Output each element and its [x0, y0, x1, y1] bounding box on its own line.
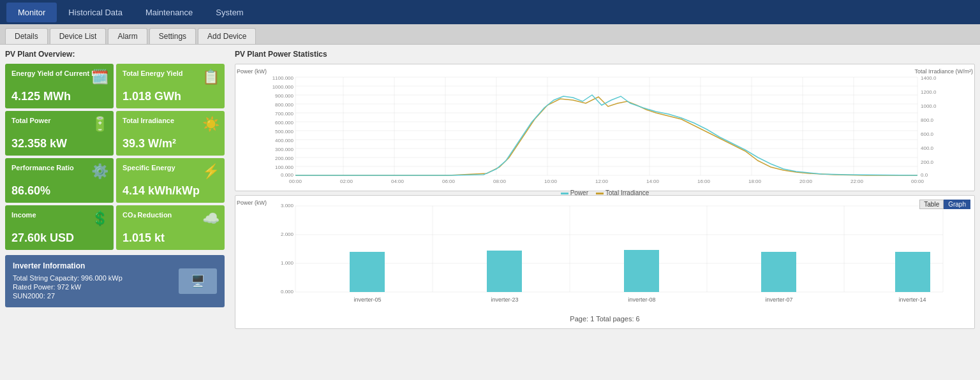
svg-text:inverter-05: inverter-05: [353, 296, 381, 303]
card-co2-value: 1.015 kt: [122, 231, 218, 245]
svg-text:1200.0: 1200.0: [921, 89, 937, 95]
tab-device-list[interactable]: Device List: [50, 28, 107, 44]
inverter-string-capacity: Total String Capacity: 996.000 kWp: [13, 274, 122, 282]
y-axis-label-left: Power (kW): [237, 68, 267, 75]
svg-text:inverter-08: inverter-08: [628, 296, 655, 303]
svg-text:0.000: 0.000: [281, 172, 294, 178]
card-co2: CO₂ Reduction 1.015 kt ☁️: [116, 205, 225, 250]
bar-inverter08: [624, 250, 659, 292]
bottom-chart-svg: 3.000 2.000 1.000 0.000: [239, 200, 970, 311]
bar-inverter14: [895, 252, 930, 292]
card-irradiance-value: 39.3 W/m²: [122, 137, 218, 150]
svg-text:500.000: 500.000: [275, 129, 293, 135]
graph-button[interactable]: Graph: [944, 200, 970, 209]
card-income-value: 27.60k USD: [11, 231, 107, 245]
cloud-icon: ☁️: [202, 210, 219, 227]
svg-text:18:00: 18:00: [748, 179, 762, 184]
inverter-info-text: Inverter Information Total String Capaci…: [13, 261, 122, 301]
svg-text:10:00: 10:00: [544, 179, 558, 184]
card-income: Income 27.60k USD 💲: [5, 205, 114, 250]
top-nav: Monitor Historical Data Maintenance Syst…: [0, 0, 980, 24]
bar-inverter23: [487, 251, 522, 292]
left-panel: PV Plant Overview: Energy Yield of Curre…: [0, 45, 230, 380]
card-perf-ratio: Performance Ratio 86.60% ⚙️: [5, 158, 114, 203]
solar-panel-icon: 🔋: [91, 116, 108, 133]
svg-text:0.0: 0.0: [921, 172, 928, 178]
bottom-chart-container: Table Graph Power (kW) 3.000 2.000 1.000…: [235, 195, 975, 329]
nav-monitor[interactable]: Monitor: [6, 3, 57, 22]
bar-inverter07: [761, 252, 796, 292]
nav-maintenance[interactable]: Maintenance: [134, 3, 204, 22]
svg-text:14:00: 14:00: [646, 179, 660, 184]
svg-text:12:00: 12:00: [595, 179, 609, 184]
sun-icon: ☀️: [202, 116, 219, 133]
svg-text:16:00: 16:00: [697, 179, 711, 184]
chart-top-title: PV Plant Power Statistics: [235, 50, 975, 59]
svg-text:400.000: 400.000: [275, 138, 293, 143]
bar-inverter05: [350, 252, 385, 292]
lightning-icon: ⚡: [202, 163, 219, 180]
tab-bar: Details Device List Alarm Settings Add D…: [0, 24, 980, 45]
inverter-info: Inverter Information Total String Capaci…: [5, 255, 225, 307]
card-total-power-value: 32.358 kW: [11, 137, 107, 150]
svg-text:inverter-14: inverter-14: [898, 296, 926, 303]
tab-alarm[interactable]: Alarm: [108, 28, 147, 44]
svg-text:04:00: 04:00: [391, 179, 405, 184]
card-energy-yield-value: 4.125 MWh: [11, 90, 107, 103]
svg-text:inverter-07: inverter-07: [765, 296, 792, 303]
svg-text:1000.0: 1000.0: [921, 103, 937, 109]
svg-text:100.000: 100.000: [275, 164, 293, 170]
card-perf-ratio-value: 86.60%: [11, 184, 107, 198]
gauge-icon: ⚙️: [91, 163, 108, 180]
table-button[interactable]: Table: [919, 200, 944, 209]
svg-text:1400.0: 1400.0: [921, 75, 937, 81]
svg-text:20:00: 20:00: [799, 179, 813, 184]
main-content: PV Plant Overview: Energy Yield of Curre…: [0, 45, 980, 380]
svg-text:400.0: 400.0: [921, 145, 934, 151]
svg-text:08:00: 08:00: [493, 179, 507, 184]
svg-text:06:00: 06:00: [442, 179, 456, 184]
overview-title: PV Plant Overview:: [5, 50, 225, 59]
power-line: [295, 95, 917, 175]
card-total-energy: Total Energy Yield 1.018 GWh 📋: [116, 64, 225, 108]
tab-add-device[interactable]: Add Device: [198, 28, 256, 44]
inverter-title: Inverter Information: [13, 261, 122, 270]
svg-text:600.000: 600.000: [275, 120, 293, 126]
calendar-icon: 🗓️: [91, 69, 108, 85]
svg-text:800.000: 800.000: [275, 102, 293, 108]
clipboard-icon: 📋: [202, 69, 219, 85]
svg-text:700.000: 700.000: [275, 111, 293, 117]
svg-text:1000.000: 1000.000: [272, 84, 294, 90]
card-total-power: Total Power 32.358 kW 🔋: [5, 111, 114, 156]
svg-text:00:00: 00:00: [289, 179, 302, 184]
nav-system[interactable]: System: [204, 3, 255, 22]
inverter-sun2000: SUN2000: 27: [13, 292, 122, 300]
irradiance-line: [295, 97, 917, 175]
tab-details[interactable]: Details: [5, 28, 48, 44]
right-panel: PV Plant Power Statistics Power (kW) Tot…: [230, 45, 980, 380]
svg-text:1100.000: 1100.000: [272, 75, 294, 81]
svg-text:200.000: 200.000: [275, 156, 293, 161]
card-energy-yield: Energy Yield of Current Day 4.125 MWh 🗓️: [5, 64, 114, 108]
card-specific-energy: Specific Energy 4.14 kWh/kWp ⚡: [116, 158, 225, 203]
svg-text:0.000: 0.000: [281, 289, 294, 295]
nav-historical[interactable]: Historical Data: [57, 3, 134, 22]
svg-text:02:00: 02:00: [340, 179, 353, 184]
bottom-y-label: Power (kW): [237, 200, 267, 206]
card-irradiance: Total Irradiance 39.3 W/m² ☀️: [116, 111, 225, 156]
top-chart-svg: 1100.000 1000.000 900.000 800.000 700.00…: [239, 68, 970, 186]
svg-text:200.0: 200.0: [921, 159, 934, 165]
card-total-energy-value: 1.018 GWh: [122, 90, 218, 103]
top-chart-container: Power (kW) Total Irradiance (W/m²) 1100.…: [235, 64, 975, 191]
svg-text:600.0: 600.0: [921, 131, 934, 137]
svg-text:2.000: 2.000: [281, 231, 294, 237]
card-specific-energy-value: 4.14 kWh/kWp: [122, 184, 218, 198]
y-axis-label-right: Total Irradiance (W/m²): [914, 68, 973, 75]
inverter-rated-power: Rated Power: 972 kW: [13, 283, 122, 291]
svg-text:inverter-23: inverter-23: [491, 296, 518, 303]
svg-text:1.000: 1.000: [281, 260, 294, 266]
svg-text:3.000: 3.000: [281, 203, 294, 208]
tab-settings[interactable]: Settings: [149, 28, 196, 44]
svg-text:22:00: 22:00: [850, 179, 864, 184]
dollar-icon: 💲: [91, 210, 108, 227]
